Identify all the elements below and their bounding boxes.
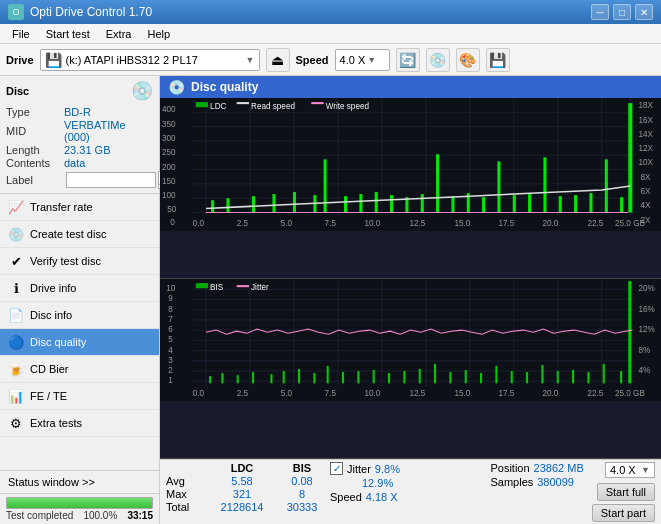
svg-rect-111	[313, 373, 315, 383]
menu-extra[interactable]: Extra	[98, 27, 140, 41]
disc-button[interactable]: 💿	[426, 48, 450, 72]
disc-mid-label: MID	[6, 125, 64, 137]
svg-rect-119	[434, 363, 436, 382]
speed-value: 4.0 X	[340, 54, 366, 66]
svg-rect-21	[226, 198, 229, 212]
svg-text:12.5: 12.5	[409, 219, 425, 228]
svg-text:22.5: 22.5	[587, 388, 603, 397]
total-ldc: 2128614	[218, 501, 266, 513]
sidebar-item-create-test-disc[interactable]: 💿 Create test disc	[0, 221, 159, 248]
sidebar-item-drive-info[interactable]: ℹ Drive info	[0, 275, 159, 302]
svg-rect-36	[482, 197, 485, 212]
chart1: LDC Read speed Write speed 400 350 300 2…	[160, 98, 661, 278]
menu-start-test[interactable]: Start test	[38, 27, 98, 41]
close-button[interactable]: ✕	[635, 4, 653, 20]
svg-rect-121	[465, 369, 467, 382]
svg-text:8X: 8X	[641, 173, 652, 182]
save-button[interactable]: 💾	[486, 48, 510, 72]
minimize-button[interactable]: ─	[591, 4, 609, 20]
max-bis: 8	[282, 488, 322, 500]
maximize-button[interactable]: □	[613, 4, 631, 20]
svg-text:5: 5	[168, 335, 173, 344]
svg-rect-40	[543, 157, 546, 212]
create-test-disc-icon: 💿	[8, 226, 24, 242]
main-layout: Disc 💿 Type BD-R MID VERBATIMe (000) Len…	[0, 76, 661, 524]
svg-rect-37	[497, 161, 500, 212]
svg-rect-117	[403, 371, 405, 383]
transfer-rate-icon: 📈	[8, 199, 24, 215]
svg-text:50: 50	[167, 206, 177, 215]
svg-rect-131	[620, 371, 622, 383]
refresh-button[interactable]: 🔄	[396, 48, 420, 72]
disc-type-label: Type	[6, 106, 64, 118]
status-window-button[interactable]: Status window >>	[0, 470, 159, 493]
svg-text:7.5: 7.5	[325, 219, 337, 228]
sidebar-item-extra-tests[interactable]: ⚙ Extra tests	[0, 410, 159, 437]
avg-bis: 0.08	[282, 475, 322, 487]
svg-text:300: 300	[162, 134, 176, 143]
cd-bier-icon: 🍺	[8, 361, 24, 377]
speed-select-box[interactable]: 4.0 X ▼	[605, 462, 655, 478]
jitter-checkbox[interactable]: ✓	[330, 462, 343, 475]
sidebar-item-disc-info[interactable]: 📄 Disc info	[0, 302, 159, 329]
svg-text:1: 1	[168, 376, 173, 385]
svg-rect-41	[559, 196, 562, 212]
svg-rect-126	[541, 364, 543, 382]
svg-rect-45	[620, 197, 623, 212]
disc-length-value: 23.31 GB	[64, 144, 110, 156]
svg-text:0: 0	[170, 218, 175, 227]
svg-rect-51	[311, 102, 323, 104]
svg-rect-114	[357, 371, 359, 383]
sidebar-item-disc-quality[interactable]: 🔵 Disc quality	[0, 329, 159, 356]
svg-text:12%: 12%	[639, 325, 655, 334]
eject-button[interactable]: ⏏	[266, 48, 290, 72]
svg-rect-34	[451, 196, 454, 212]
disc-label-input[interactable]	[66, 172, 156, 188]
chart2: BIS Jitter 10 9 8 7 6 5 4 3 2 1	[160, 279, 661, 459]
samples-value: 380099	[537, 476, 574, 488]
svg-rect-128	[572, 369, 574, 382]
disc-info-icon: 📄	[8, 307, 24, 323]
disc-quality-header: 💿 Disc quality	[160, 76, 661, 98]
svg-text:12X: 12X	[639, 144, 654, 153]
svg-text:5.0: 5.0	[281, 388, 293, 397]
svg-text:0.0: 0.0	[193, 388, 205, 397]
sidebar-item-fe-te[interactable]: 📊 FE / TE	[0, 383, 159, 410]
svg-text:6: 6	[168, 325, 173, 334]
svg-text:BIS: BIS	[210, 283, 224, 292]
svg-text:7: 7	[168, 314, 173, 323]
total-label: Total	[166, 501, 202, 513]
drive-select[interactable]: 💾 (k:) ATAPl iHBS312 2 PL17 ▼	[40, 49, 260, 71]
svg-text:10X: 10X	[639, 158, 654, 167]
svg-text:4: 4	[168, 345, 173, 354]
settings-button[interactable]: 🎨	[456, 48, 480, 72]
disc-contents-label: Contents	[6, 157, 64, 169]
svg-text:9: 9	[168, 294, 173, 303]
svg-text:18X: 18X	[639, 101, 654, 110]
svg-text:25.0 GB: 25.0 GB	[615, 219, 645, 228]
drive-dropdown-arrow: ▼	[246, 55, 255, 65]
chart1-container: LDC Read speed Write speed 400 350 300 2…	[160, 98, 661, 279]
menu-help[interactable]: Help	[139, 27, 178, 41]
status-text: Test completed	[6, 510, 73, 521]
sidebar-item-transfer-rate[interactable]: 📈 Transfer rate	[0, 194, 159, 221]
speed-select-arrow: ▼	[641, 465, 650, 475]
nav-label-disc-info: Disc info	[30, 309, 72, 321]
sidebar-item-verify-test-disc[interactable]: ✔ Verify test disc	[0, 248, 159, 275]
svg-text:16X: 16X	[639, 116, 654, 125]
menu-file[interactable]: File	[4, 27, 38, 41]
bis-header: BIS	[282, 462, 322, 474]
svg-rect-39	[528, 194, 531, 212]
svg-text:0.0: 0.0	[193, 219, 205, 228]
chart2-container: BIS Jitter 10 9 8 7 6 5 4 3 2 1	[160, 279, 661, 460]
sidebar-item-cd-bier[interactable]: 🍺 CD Bier	[0, 356, 159, 383]
start-part-button[interactable]: Start part	[592, 504, 655, 522]
svg-rect-47	[196, 102, 208, 107]
speed-select[interactable]: 4.0 X ▼	[335, 49, 390, 71]
title-bar: O Opti Drive Control 1.70 ─ □ ✕	[0, 0, 661, 24]
svg-text:150: 150	[162, 177, 176, 186]
speed-select-value: 4.0 X	[610, 464, 636, 476]
svg-text:100: 100	[162, 191, 176, 200]
start-full-button[interactable]: Start full	[597, 483, 655, 501]
svg-rect-23	[272, 194, 275, 212]
